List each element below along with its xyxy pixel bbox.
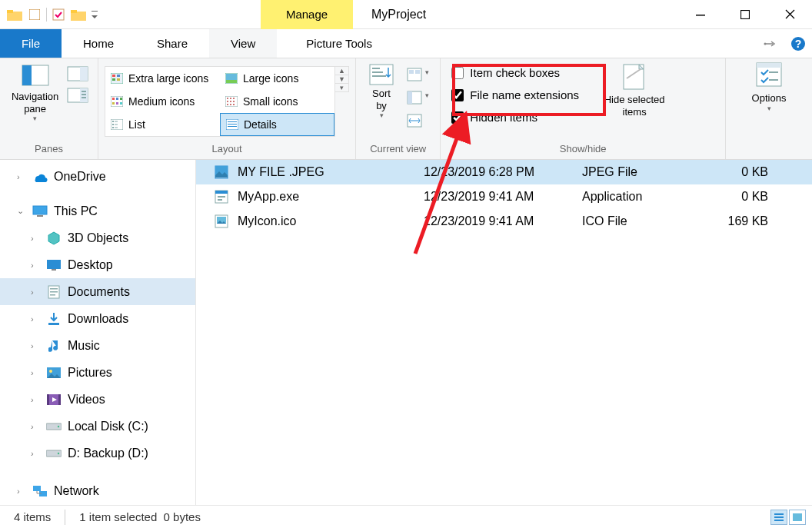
extra-large-icons-icon <box>110 73 124 84</box>
layout-list[interactable]: List <box>105 113 220 136</box>
view-large-icons-button[interactable] <box>789 510 806 525</box>
size-columns-button[interactable] <box>404 111 425 131</box>
view-details-button[interactable] <box>770 510 787 525</box>
file-row[interactable]: MyApp.exe 12/23/2019 9:41 AM Application… <box>196 184 812 209</box>
svg-rect-59 <box>372 71 383 73</box>
network-icon <box>32 483 48 499</box>
layout-details[interactable]: Details <box>220 113 334 136</box>
svg-rect-62 <box>409 70 414 74</box>
svg-rect-71 <box>769 79 778 81</box>
svg-rect-85 <box>58 394 61 405</box>
tab-home[interactable]: Home <box>62 29 135 58</box>
options-button[interactable]: Options ▾ <box>732 61 806 112</box>
sort-by-button[interactable]: Sort by ▾ <box>362 63 401 119</box>
status-selection: 1 item selected 0 bytes <box>79 510 201 523</box>
tab-file[interactable]: File <box>0 29 62 58</box>
preview-pane-icon[interactable] <box>67 66 88 81</box>
nav-music[interactable]: ›Music <box>0 332 195 359</box>
ribbon-group-options: Options ▾ <box>726 58 812 159</box>
this-pc-icon <box>32 204 48 219</box>
ribbon-group-panes: Navigation pane ▾ Panes <box>0 58 98 159</box>
videos-icon <box>46 392 62 407</box>
svg-rect-37 <box>227 98 228 99</box>
nav-downloads[interactable]: ›Downloads <box>0 305 195 332</box>
status-bar: 4 items 1 item selected 0 bytes <box>0 505 812 528</box>
svg-rect-56 <box>228 126 237 127</box>
minimize-button[interactable] <box>678 0 723 29</box>
desktop-icon <box>46 257 62 273</box>
nav-documents[interactable]: ›Documents <box>0 278 195 305</box>
tab-view[interactable]: View <box>209 29 277 58</box>
3d-objects-icon <box>46 231 62 246</box>
tab-share[interactable]: Share <box>135 29 209 58</box>
ribbon-group-layout: Extra large icons Large icons Medium ico… <box>98 58 356 159</box>
svg-rect-90 <box>33 486 41 491</box>
new-folder-icon[interactable] <box>70 6 87 23</box>
file-row[interactable]: MyIcon.ico 12/23/2019 9:41 AM ICO File 1… <box>196 209 812 234</box>
nav-backup-d[interactable]: ›D: Backup (D:) <box>0 440 195 467</box>
nav-this-pc[interactable]: ⌄ This PC <box>0 198 195 224</box>
svg-rect-84 <box>47 394 49 405</box>
layout-scroll[interactable]: ▲▼▾ <box>335 66 349 92</box>
nav-3d-objects[interactable]: ›3D Objects <box>0 224 195 251</box>
group-by-button[interactable]: ▾ <box>404 65 425 85</box>
medium-icons-icon <box>110 96 124 107</box>
chevron-down-icon: ▾ <box>33 115 37 122</box>
svg-rect-6 <box>92 11 98 12</box>
help-icon[interactable]: ? <box>784 29 812 58</box>
checkbox-file-name-extensions[interactable]: File name extensions <box>451 88 579 101</box>
nav-onedrive[interactable]: › OneDrive <box>0 163 195 190</box>
chevron-down-icon: ▾ <box>425 91 429 99</box>
navigation-pane-label: Navigation pane <box>12 91 58 115</box>
file-row[interactable]: MY FILE .JPEG 12/23/2019 6:28 PM JPEG Fi… <box>196 160 812 184</box>
svg-rect-25 <box>117 78 120 81</box>
svg-rect-77 <box>50 288 58 290</box>
ribbon: Navigation pane ▾ Panes Extra large icon… <box>0 58 812 160</box>
sort-by-icon <box>368 63 394 86</box>
add-columns-button[interactable]: ▾ <box>404 88 425 108</box>
contextual-tab-manage[interactable]: Manage <box>261 0 353 29</box>
svg-rect-97 <box>218 199 222 201</box>
hide-selected-items-button[interactable]: Hide selected items <box>597 63 671 118</box>
list-icon <box>110 119 124 130</box>
svg-rect-31 <box>116 98 118 100</box>
svg-rect-55 <box>228 124 237 125</box>
nav-network[interactable]: ›Network <box>0 477 195 504</box>
svg-rect-96 <box>218 196 225 198</box>
svg-rect-30 <box>112 98 115 100</box>
drive-icon <box>46 446 62 461</box>
svg-rect-69 <box>757 63 781 68</box>
onedrive-icon <box>32 169 48 184</box>
svg-rect-41 <box>230 101 231 102</box>
nav-local-disk-c[interactable]: ›Local Disk (C:) <box>0 413 195 440</box>
nav-desktop[interactable]: ›Desktop <box>0 251 195 278</box>
jpeg-file-icon <box>213 164 230 181</box>
navigation-pane[interactable]: › OneDrive ⌄ This PC ›3D Objects ›Deskto… <box>0 160 196 505</box>
navigation-pane-button[interactable]: Navigation pane ▾ <box>6 61 64 122</box>
svg-rect-32 <box>120 98 122 100</box>
close-button[interactable] <box>767 0 812 29</box>
qat-dropdown-icon[interactable] <box>90 6 99 23</box>
nav-videos[interactable]: ›Videos <box>0 386 195 413</box>
nav-pictures[interactable]: ›Pictures <box>0 359 195 386</box>
minimize-ribbon-icon[interactable] <box>757 29 784 58</box>
properties-icon[interactable] <box>50 6 67 23</box>
svg-rect-60 <box>372 75 386 77</box>
checkbox-hidden-items[interactable]: Hidden items <box>451 111 579 124</box>
details-pane-icon[interactable] <box>67 88 88 103</box>
svg-rect-102 <box>774 520 784 521</box>
svg-rect-1 <box>7 10 13 13</box>
checkbox-item-check-boxes[interactable]: Item check boxes <box>451 66 579 79</box>
svg-rect-47 <box>112 121 114 122</box>
drive-icon <box>46 419 62 434</box>
layout-small-icons[interactable]: Small icons <box>220 90 334 113</box>
layout-medium-icons[interactable]: Medium icons <box>105 90 220 113</box>
group-label-layout: Layout <box>105 141 349 158</box>
tab-picture-tools[interactable]: Picture Tools <box>285 29 394 58</box>
layout-extra-large-icons[interactable]: Extra large icons <box>105 67 220 90</box>
ribbon-tabs: File Home Share View Picture Tools ? <box>0 29 812 58</box>
documents-icon <box>46 284 62 300</box>
layout-large-icons[interactable]: Large icons <box>220 67 334 90</box>
maximize-button[interactable] <box>723 0 767 29</box>
file-list[interactable]: MY FILE .JPEG 12/23/2019 6:28 PM JPEG Fi… <box>196 160 812 505</box>
